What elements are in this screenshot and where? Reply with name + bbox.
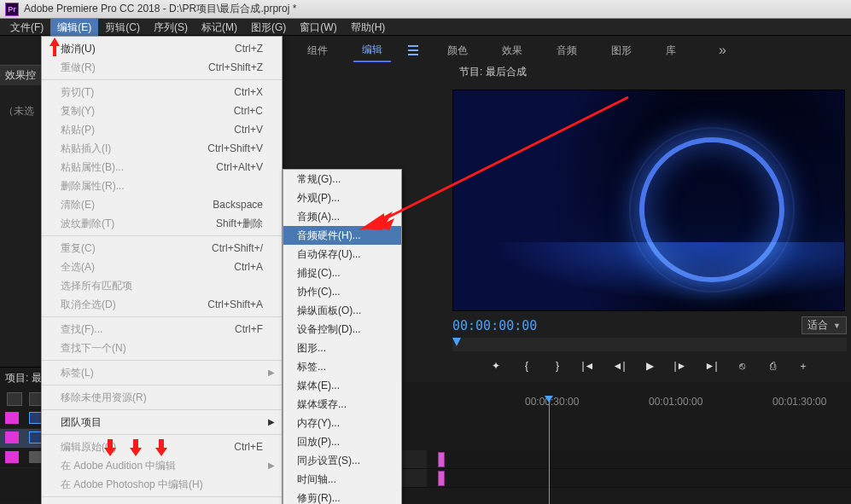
menu-window[interactable]: 窗口(W) [293,19,343,36]
preferences-item[interactable]: 自动保存(U)... [283,245,401,264]
edit-menu-item: 复制(Y)Ctrl+C [42,101,282,120]
menu-item-shortcut: Ctrl+E [234,439,263,455]
menu-help[interactable]: 帮助(H) [344,19,393,36]
chevron-down-icon: ▼ [833,322,841,330]
menu-item-label: 查找(F)... [61,322,235,337]
edit-menu-item[interactable]: 撤消(U)Ctrl+Z [42,39,282,58]
menu-item-label: 在 Adobe Photoshop 中编辑(H) [61,477,263,492]
edit-menu-item[interactable]: 快捷键(K)...Ctrl+Alt+K [42,500,282,504]
edit-menu-item: 在 Adobe Audition 中编辑▶ [42,456,282,475]
preferences-item[interactable]: 音频硬件(H)... [283,226,401,245]
zoom-level-label: 适合 [807,318,828,333]
menu-graphics[interactable]: 图形(G) [244,19,293,36]
preferences-item[interactable]: 同步设置(S)... [283,451,401,470]
program-monitor-viewport[interactable] [452,90,845,311]
menu-item-shortcut: Ctrl+C [234,103,263,119]
window-titlebar: Pr Adobe Premiere Pro CC 2018 - D:\PR项目\… [0,0,851,19]
preferences-item[interactable]: 协作(C)... [283,282,401,301]
edit-menu-item: 移除未使用资源(R) [42,388,282,407]
preferences-item[interactable]: 常规(G)... [283,170,401,188]
preferences-item[interactable]: 媒体(E)... [283,376,401,395]
edit-menu-item: 剪切(T)Ctrl+X [42,83,282,101]
menu-item-shortcut: Ctrl+F [235,322,263,337]
program-time-ruler[interactable] [452,338,847,351]
workspace-more-icon[interactable]: » [719,43,726,58]
video-clip[interactable] [438,471,445,486]
menu-clip[interactable]: 剪辑(C) [98,19,147,36]
workspace-libraries[interactable]: 库 [657,40,685,61]
edit-menu-item[interactable]: 团队项目▶ [42,413,282,432]
preferences-item[interactable]: 修剪(R)... [283,489,401,504]
workspace-effects[interactable]: 效果 [493,40,531,61]
menu-item-label: 删除属性(R)... [61,178,263,194]
preferences-item[interactable]: 图形... [283,339,401,357]
menu-item-label: 团队项目 [61,414,263,430]
lift-button[interactable]: ⎋ [733,358,750,374]
menu-item-shortcut: Ctrl+Shift+/ [212,240,263,256]
mark-out-button[interactable]: } [549,358,566,374]
program-timecode[interactable]: 00:00:00:00 [452,318,537,333]
edit-menu-item: 取消全选(D)Ctrl+Shift+A [42,295,282,314]
menu-item-label: 重复(C) [61,240,212,256]
menu-marker[interactable]: 标记(M) [195,19,244,36]
menu-item-label: 粘贴(P) [61,122,234,137]
hamburger-icon[interactable] [408,45,422,55]
label-color-chip[interactable] [5,412,19,424]
button-editor[interactable]: ＋ [795,358,812,374]
menu-edit[interactable]: 编辑(E) [50,19,98,36]
add-marker-button[interactable]: ✦ [487,358,504,374]
workspace-graphics[interactable]: 图形 [603,40,640,61]
menu-file[interactable]: 文件(F) [3,19,50,36]
program-playhead-icon[interactable] [452,338,461,346]
menu-item-shortcut: Ctrl+V [234,122,263,137]
go-to-out-button[interactable]: ►| [702,358,720,374]
step-fwd-button[interactable]: |► [672,358,689,374]
edit-menu-item: 标签(L)▶ [42,363,282,382]
go-to-in-button[interactable]: |◄ [580,358,597,374]
edit-menu-dropdown: 撤消(U)Ctrl+Z重做(R)Ctrl+Shift+Z剪切(T)Ctrl+X复… [41,36,283,504]
preferences-item[interactable]: 设备控制(D)... [283,320,401,339]
track-lane[interactable] [427,450,851,469]
preferences-item[interactable]: 捕捉(C)... [283,264,401,282]
preferences-item[interactable]: 回放(P)... [283,432,401,451]
step-back-button[interactable]: ◄| [610,358,627,374]
edit-menu-item: 清除(E)Backspace [42,195,282,214]
edit-menu-item: 选择所有匹配项 [42,276,282,295]
mark-in-button[interactable]: { [518,358,535,374]
label-color-chip[interactable] [5,432,19,443]
edit-menu-item: 粘贴插入(I)Ctrl+Shift+V [42,139,282,158]
zoom-level-select[interactable]: 适合 ▼ [801,316,847,334]
preferences-item[interactable]: 内存(Y)... [283,414,401,432]
menu-item-label: 粘贴属性(B)... [61,159,216,175]
app-icon: Pr [5,3,19,16]
timeline-ruler[interactable]: 00:00:30:0000:01:00:0000:01:30:0000:02:0… [401,396,851,416]
video-clip[interactable] [438,452,445,467]
effect-controls-tab[interactable]: 效果控 [0,65,41,85]
preferences-item[interactable]: 音频(A)... [283,207,401,226]
ruler-tick: 00:00:30:00 [525,396,579,408]
timeline-playhead[interactable] [549,396,550,504]
edit-menu-item: 粘贴(P)Ctrl+V [42,120,282,139]
menu-item-label: 粘贴插入(I) [61,141,207,156]
preferences-item[interactable]: 时间轴... [283,470,401,489]
workspace-color[interactable]: 颜色 [439,40,476,61]
preferences-item[interactable]: 外观(P)... [283,188,401,207]
workspace-assembly[interactable]: 组件 [299,40,336,61]
edit-menu-item: 删除属性(R)... [42,177,282,195]
project-list-view-icon[interactable] [7,392,22,406]
workspace-editing[interactable]: 编辑 [353,39,391,62]
export-frame-button[interactable]: ⎙ [764,358,781,374]
workspace-audio[interactable]: 音频 [548,40,586,61]
effect-controls-empty: （未选 [0,104,43,119]
menu-sequence[interactable]: 序列(S) [147,19,195,36]
program-monitor-tab[interactable]: 节目: 最后合成 [452,64,533,79]
program-monitor: 节目: 最后合成 00:00:00:00 适合 ▼ ✦ { } |◄ ◄| ▶ … [452,65,847,363]
label-color-chip[interactable] [5,451,19,463]
menu-item-label: 查找下一个(N) [61,340,263,356]
preferences-item[interactable]: 媒体缓存... [283,395,401,414]
play-button[interactable]: ▶ [641,358,658,374]
track-lane[interactable] [427,469,851,488]
menu-item-shortcut: Ctrl+Shift+Z [208,60,263,75]
preferences-item[interactable]: 标签... [283,357,401,376]
preferences-item[interactable]: 操纵面板(O)... [283,301,401,320]
